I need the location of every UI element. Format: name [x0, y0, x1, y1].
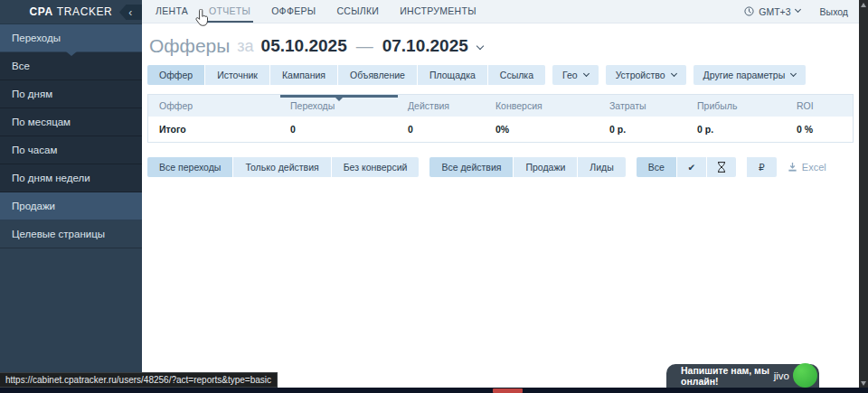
- column-header-offer[interactable]: Оффер: [148, 95, 279, 117]
- export-excel-link[interactable]: Excel: [788, 162, 826, 173]
- column-header-pribyl[interactable]: Прибыль: [686, 95, 786, 117]
- date-picker-toggle[interactable]: [477, 38, 483, 54]
- chat-widget[interactable]: Напишите нам, мы онлайн! jivo: [666, 364, 819, 388]
- app-logo: CPA TRACKER ‹: [0, 0, 142, 24]
- other-params-label: Другие параметры: [703, 70, 786, 80]
- check-icon: ✔: [687, 162, 695, 173]
- report-table: Оффер Переходы Действия Конверсия Затрат…: [147, 94, 854, 143]
- logout-link[interactable]: Выход: [820, 6, 848, 17]
- dimension-link-button[interactable]: Ссылка: [487, 65, 545, 85]
- sidebar-item-po-chasam[interactable]: По часам: [0, 136, 142, 164]
- filter-all-actions-button[interactable]: Все действия: [429, 157, 513, 177]
- status-filter-group: Все ✔: [637, 157, 736, 177]
- main-area: ЛЕНТА ОТЧЕТЫ ОФФЕРЫ ССЫЛКИ ИНСТРУМЕНТЫ G…: [142, 0, 859, 388]
- hourglass-icon: [717, 162, 726, 173]
- tab-otchety[interactable]: ОТЧЕТЫ: [206, 0, 253, 23]
- date-to[interactable]: 07.10.2025: [382, 36, 468, 56]
- page-title: Офферы: [149, 35, 230, 57]
- nav-right-group: GMT+3 Выход: [744, 0, 848, 23]
- sidebar-item-prodazhi[interactable]: Продажи: [0, 192, 142, 220]
- column-header-roi[interactable]: ROI: [786, 95, 853, 117]
- tab-offery[interactable]: ОФФЕРЫ: [269, 0, 318, 23]
- totals-pribyl: 0 р.: [686, 117, 786, 142]
- dimension-filter-row: Оффер Источник Кампания Объявление Площа…: [147, 65, 854, 85]
- filter-no-conversions-button[interactable]: Без конверсий: [331, 157, 420, 177]
- date-from[interactable]: 05.10.2025: [261, 36, 347, 56]
- totals-deystviya: 0: [397, 117, 485, 142]
- timezone-selector[interactable]: GMT+3: [744, 6, 799, 17]
- chevron-down-icon: [790, 70, 797, 76]
- sidebar: CPA TRACKER ‹ Переходы Все По дням По ме…: [0, 0, 142, 388]
- logo-tracker: TRACKER: [57, 5, 113, 18]
- dimension-placement-button[interactable]: Площадка: [417, 65, 487, 85]
- column-header-zatraty[interactable]: Затраты: [599, 95, 686, 117]
- traffic-filter-group: Все переходы Только действия Без конверс…: [147, 157, 419, 177]
- status-approved-button[interactable]: ✔: [676, 157, 706, 177]
- timezone-label: GMT+3: [759, 6, 790, 17]
- other-params-dropdown[interactable]: Другие параметры: [693, 65, 807, 85]
- sidebar-item-po-dnyam-nedeli[interactable]: По дням недели: [0, 164, 142, 192]
- device-dropdown[interactable]: Устройство: [606, 65, 686, 85]
- table-row-totals: Итого 0 0 0% 0 р. 0 р. 0 %: [148, 117, 853, 142]
- chat-message: Напишите нам, мы онлайн!: [666, 365, 774, 387]
- tab-ssylki[interactable]: ССЫЛКИ: [334, 0, 382, 23]
- chevron-down-icon: [795, 6, 801, 13]
- vertical-scrollbar[interactable]: [859, 0, 868, 388]
- sidebar-item-perehody[interactable]: Переходы: [0, 24, 142, 52]
- os-taskbar-edge: [0, 388, 868, 393]
- scroll-down-arrow[interactable]: [861, 381, 866, 386]
- filter-only-actions-button[interactable]: Только действия: [232, 157, 330, 177]
- sidebar-item-label: По дням недели: [12, 173, 90, 183]
- filter-all-clicks-button[interactable]: Все переходы: [147, 157, 232, 177]
- status-all-button[interactable]: Все: [637, 157, 676, 177]
- payment-filter-group: ₽: [747, 157, 777, 177]
- column-header-deystviya[interactable]: Действия: [397, 95, 485, 117]
- dimension-campaign-button[interactable]: Кампания: [269, 65, 337, 85]
- chevron-down-icon: [583, 70, 590, 76]
- table-header-row: Оффер Переходы Действия Конверсия Затрат…: [148, 95, 853, 117]
- sidebar-item-label: По часам: [12, 145, 57, 155]
- secondary-filter-row: Все переходы Только действия Без конверс…: [147, 157, 854, 177]
- title-preposition: за: [237, 37, 253, 56]
- sidebar-item-label: Переходы: [12, 33, 61, 43]
- dimension-ad-button[interactable]: Объявление: [337, 65, 417, 85]
- totals-konversiya: 0%: [485, 117, 599, 142]
- tab-instrumenty[interactable]: ИНСТРУМЕНТЫ: [397, 0, 479, 23]
- chevron-down-icon: [476, 42, 484, 50]
- status-url: https://cabinet.cpatracker.ru/users/4825…: [5, 375, 271, 385]
- top-navigation: ЛЕНТА ОТЧЕТЫ ОФФЕРЫ ССЫЛКИ ИНСТРУМЕНТЫ G…: [142, 0, 859, 23]
- status-pending-button[interactable]: [706, 157, 736, 177]
- sidebar-item-label: По дням: [12, 89, 52, 99]
- sidebar-item-label: Продажи: [12, 201, 55, 211]
- totals-perehody: 0: [279, 117, 397, 142]
- sidebar-item-po-mesyacam[interactable]: По месяцам: [0, 108, 142, 136]
- status-paid-button[interactable]: ₽: [747, 157, 777, 177]
- dimension-offer-button[interactable]: Оффер: [147, 65, 204, 85]
- jivo-green-leaf-icon: [793, 363, 817, 388]
- tab-lenta[interactable]: ЛЕНТА: [153, 0, 191, 23]
- sidebar-item-label: По месяцам: [12, 117, 71, 127]
- clock-icon: [744, 6, 754, 16]
- taskbar-accent: [493, 388, 523, 393]
- chevron-down-icon: [671, 70, 677, 76]
- device-dropdown-label: Устройство: [616, 70, 665, 80]
- sidebar-collapse-button[interactable]: ‹: [119, 5, 142, 20]
- geo-dropdown-label: Гео: [562, 70, 578, 80]
- dimension-button-group: Оффер Источник Кампания Объявление Площа…: [147, 65, 545, 85]
- geo-dropdown[interactable]: Гео: [552, 65, 599, 85]
- ruble-icon: ₽: [759, 162, 765, 173]
- sidebar-item-label: Все: [12, 61, 30, 71]
- column-header-konversiya[interactable]: Конверсия: [485, 95, 599, 117]
- report-content: Офферы за 05.10.2025 — 07.10.2025 Оффер …: [142, 35, 859, 177]
- sidebar-item-celevye-stranicy[interactable]: Целевые страницы: [0, 220, 142, 248]
- sidebar-item-vse[interactable]: Все: [0, 52, 142, 80]
- status-bar: https://cabinet.cpatracker.ru/users/4825…: [0, 372, 278, 388]
- filter-leads-button[interactable]: Лиды: [577, 157, 625, 177]
- dimension-source-button[interactable]: Источник: [204, 65, 269, 85]
- scroll-up-arrow[interactable]: [861, 3, 866, 7]
- sidebar-item-po-dnyam[interactable]: По дням: [0, 80, 142, 108]
- totals-roi: 0 %: [786, 117, 853, 142]
- filter-sales-button[interactable]: Продажи: [513, 157, 577, 177]
- sidebar-item-label: Целевые страницы: [12, 229, 105, 239]
- actions-filter-group: Все действия Продажи Лиды: [429, 157, 625, 177]
